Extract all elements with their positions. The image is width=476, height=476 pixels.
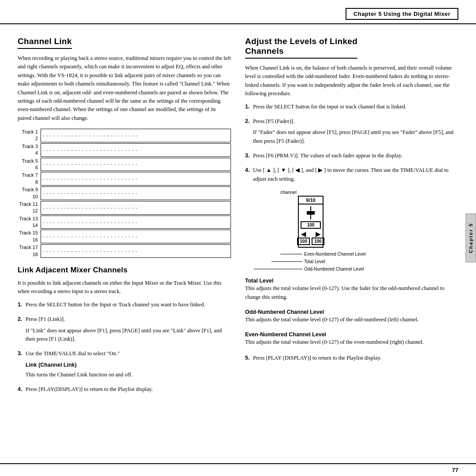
adj-step-2-text: Press [F5 (Fader)].: [253, 117, 458, 126]
channel-label: channel: [280, 190, 458, 195]
step-2-text: Press [F1 (Link)].: [26, 315, 231, 324]
track-label-7: Track 7: [22, 172, 38, 178]
channel-link-title: Channel Link: [18, 37, 72, 49]
track-label-8: 8: [35, 179, 38, 186]
track-label-2: 2: [35, 135, 38, 142]
right-value: 100: [314, 239, 322, 244]
svg-rect-1: [307, 211, 315, 215]
track-label-3: Track 3: [22, 143, 38, 150]
left-value-box: 100: [297, 238, 310, 245]
total-level-desc: This adjusts the total volume level (0-1…: [245, 284, 458, 301]
main-content: Channel Link When recording or playing b…: [0, 24, 476, 456]
adjust-step-1: 1. Press the SELECT button for the input…: [245, 103, 458, 114]
track-label-13: Track 13: [19, 216, 38, 222]
adj-step-5-text: Press [PLAY (DISPLAY)] to return to the …: [253, 354, 458, 362]
adjust-levels-section: Adjust the Levels of LinkedChannels When…: [245, 37, 458, 365]
step-1-text: Press the SELECT button for the Input or…: [26, 301, 231, 309]
step-num-1: 1.: [18, 301, 26, 312]
adj-step-3-text: Press [F6 (PRM.V)]. The values of each f…: [253, 152, 458, 160]
track-diagram: Track 1 2 - - - - - - - - - - - - - - - …: [18, 129, 231, 258]
page-container: Chapter 5 Using the Digital Mixer Chapte…: [0, 0, 476, 476]
step-3-text: Use the TIME/VALUE dial to select "On.": [26, 350, 231, 358]
chapter-header-text: Chapter 5 Using the Digital Mixer: [353, 11, 450, 17]
fader-body: 100 ◀ 100: [298, 205, 324, 248]
adjust-step-4: 4. Use [ ▲ ], [ ▼ ], [ ◀ ], and [ ▶ ] to…: [245, 166, 458, 186]
even-level-desc: This adjusts the total volume level (0-1…: [245, 338, 458, 346]
left-arrow-icon: ◀: [301, 231, 306, 238]
side-tab-text: Chapter 5: [468, 223, 473, 253]
right-value-box: 100: [312, 238, 324, 245]
odd-level-label: Odd-Numbered Channel Level: [304, 265, 364, 273]
adj-step-1-text: Press the SELECT button for the input or…: [253, 103, 458, 111]
track-label-4: 4: [35, 150, 38, 156]
right-column: Adjust the Levels of LinkedChannels When…: [245, 37, 458, 447]
track-label-6: 6: [35, 164, 38, 171]
even-level-label: Even-Numbered Channel Level: [304, 250, 366, 258]
odd-level-desc: This adjusts the total volume level (0-1…: [245, 316, 458, 324]
track-group-15-16: Track 15 16 - - - - - - - - - - - - - - …: [18, 230, 231, 243]
track-group-17-18: Track 17 18 - - - - - - - - - - - - - - …: [18, 244, 231, 258]
adj-step-num-3: 3.: [245, 152, 253, 163]
channel-diagram-area: channel 9/10: [245, 190, 458, 273]
track-label-5: Track 5: [22, 158, 38, 164]
adj-step-num-1: 1.: [245, 103, 253, 114]
track-group-11-12: Track 11 12 - - - - - - - - - - - - - - …: [18, 201, 231, 215]
total-level-label: Total Level: [304, 258, 325, 265]
diagram-labels: Even-Numbered Channel Level Total Level …: [245, 250, 458, 273]
channel-link-section: Channel Link When recording or playing b…: [18, 37, 231, 258]
adjust-levels-intro: When Channel Link is on, the balance of …: [245, 64, 458, 98]
fader-icon: [306, 206, 316, 219]
chapter-header: Chapter 5 Using the Digital Mixer: [346, 8, 458, 20]
track-label-14: 14: [33, 222, 38, 229]
step-num-2: 2.: [18, 315, 26, 346]
even-level-title: Even-Numbered Channel Level: [245, 331, 326, 338]
channel-number-box: 9/10: [298, 196, 324, 205]
link-adjacent-section: Link Adjacent Mixer Channels It is possi…: [18, 266, 231, 397]
page-number: 77: [452, 467, 458, 473]
page-header: Chapter 5 Using the Digital Mixer: [0, 0, 476, 24]
track-group-1-2: Track 1 2 - - - - - - - - - - - - - - - …: [18, 129, 231, 142]
odd-level-title: Odd-Numbered Channel Level: [245, 309, 324, 315]
adj-step-2-note: If "Fader" does not appear above [F5], p…: [253, 128, 458, 145]
link-step-2: 2. Press [F1 (Link)]. If "Link" does not…: [18, 315, 231, 346]
track-group-9-10: Track 9 10 - - - - - - - - - - - - - - -…: [18, 186, 231, 200]
page-footer: 77: [0, 463, 476, 476]
diagram-left-labels: [271, 196, 298, 248]
track-group-7-8: Track 7 8 - - - - - - - - - - - - - - - …: [18, 172, 231, 186]
total-level-section: Total Level This adjusts the total volum…: [245, 277, 458, 301]
track-label-17: Track 17: [19, 244, 38, 251]
adj-step-num-5: 5.: [245, 354, 253, 365]
track-label-12: 12: [33, 208, 38, 214]
adjust-step-3: 3. Press [F6 (PRM.V)]. The values of eac…: [245, 152, 458, 163]
adjust-levels-title: Adjust the Levels of LinkedChannels: [245, 37, 357, 59]
link-step-1: 1. Press the SELECT button for the Input…: [18, 301, 231, 312]
adjust-step-5: 5. Press [PLAY (DISPLAY)] to return to t…: [245, 354, 458, 365]
link-step-4: 4. Press [PLAY(DISPLAY)] to return to th…: [18, 385, 231, 396]
chapter-side-tab: Chapter 5: [465, 214, 476, 263]
link-adjacent-title: Link Adjacent Mixer Channels: [18, 266, 231, 275]
track-label-11: Track 11: [19, 201, 38, 208]
track-group-5-6: Track 5 6 - - - - - - - - - - - - - - - …: [18, 158, 231, 171]
left-value: 100: [300, 239, 307, 244]
side-values: ◀ 100 ▶ 100: [301, 231, 321, 245]
right-arrow-icon: ▶: [316, 231, 320, 238]
channel-value: 9/10: [306, 197, 315, 203]
adjust-step-2: 2. Press [F5 (Fader)]. If "Fader" does n…: [245, 117, 458, 148]
track-label-15: Track 15: [19, 230, 38, 236]
step-2-note: If "Link" does not appear above [F1], pr…: [26, 327, 231, 344]
left-column: Channel Link When recording or playing b…: [18, 37, 231, 447]
adj-step-4-text: Use [ ▲ ], [ ▼ ], [ ◀ ], and [ ▶ ] to mo…: [253, 166, 458, 183]
link-adjacent-intro: It is possible to link adjacent channels…: [18, 279, 231, 296]
total-level-title: Total Level: [245, 278, 273, 284]
diagram-main: 9/10: [271, 196, 458, 248]
even-level-section: Even-Numbered Channel Level This adjusts…: [245, 331, 458, 346]
track-label-18: 18: [33, 251, 38, 258]
track-label-1: Track 1: [22, 129, 38, 135]
step-4-text: Press [PLAY(DISPLAY)] to return to the P…: [26, 385, 231, 394]
odd-level-section: Odd-Numbered Channel Level This adjusts …: [245, 309, 458, 324]
track-label-9: Track 9: [22, 186, 38, 193]
track-label-10: 10: [33, 193, 38, 200]
adj-step-num-4: 4.: [245, 166, 253, 186]
channel-label-text: channel: [280, 190, 297, 195]
step-num-4: 4.: [18, 385, 26, 396]
